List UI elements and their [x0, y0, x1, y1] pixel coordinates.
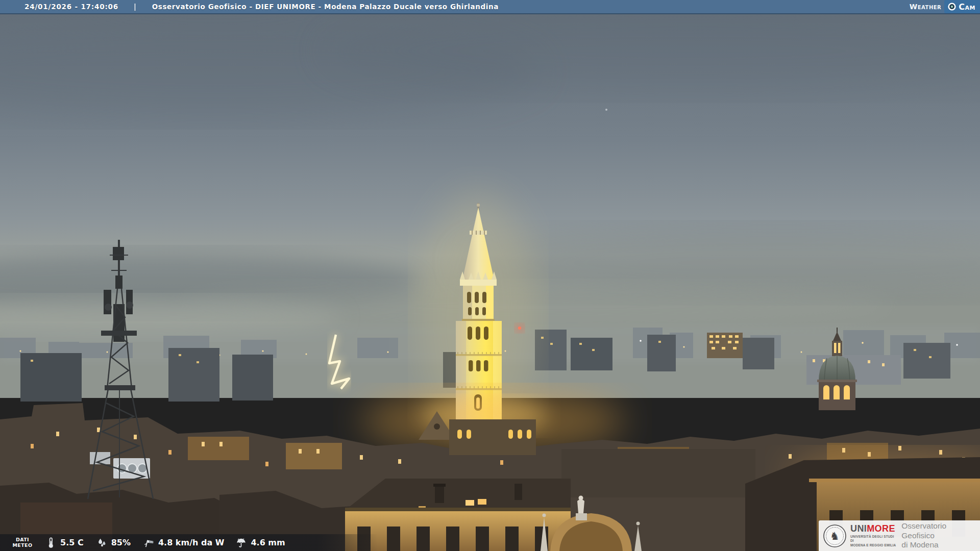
seal-knight-glyph: ♞	[830, 530, 840, 542]
weathercam-brand-box: Cam	[944, 0, 980, 13]
weathercam-brand-suffix: Cam	[959, 2, 975, 12]
wind-reading: 4.8 km/h da W	[143, 537, 225, 548]
meteo-overlay-bar: DATI METEO 5.5 C 85%	[0, 534, 378, 551]
wind-value: 4.8 km/h da W	[158, 538, 225, 547]
temperature-value: 5.5 C	[60, 538, 84, 547]
unimore-prefix: UNI	[850, 523, 867, 534]
camera-title: Osservatorio Geofisico - DIEF UNIMORE - …	[152, 3, 499, 11]
university-name-line1: UNIVERSITÀ DEGLI STUDI DI	[850, 535, 897, 543]
camera-lens-icon	[947, 2, 957, 11]
university-name-line2: MODENA E REGGIO EMILIA	[850, 543, 897, 547]
center-palazzo	[345, 479, 571, 551]
unimore-suffix: MORE	[867, 523, 895, 534]
unimore-logo-box: ♞ UNIMORE UNIVERSITÀ DEGLI STUDI DI MODE…	[819, 520, 980, 551]
temperature-reading: 5.5 C	[45, 537, 84, 548]
humidity-value: 85%	[111, 538, 131, 547]
lit-apartment-block	[707, 333, 743, 358]
university-seal-icon: ♞	[823, 524, 847, 548]
meteo-label: DATI METEO	[11, 537, 34, 548]
humidity-reading: 85%	[96, 537, 131, 548]
meteo-label-line2: METEO	[11, 543, 34, 548]
sky-speck	[605, 109, 607, 111]
windsock-icon	[143, 537, 155, 548]
unimore-wordmark: UNIMORE	[850, 524, 897, 533]
rain-reading: 4.6 mm	[235, 537, 285, 548]
observatory-name-line1: Osservatorio Geofisico	[901, 521, 980, 541]
top-overlay-bar: 24/01/2026 - 17:40:06 | Osservatorio Geo…	[0, 0, 980, 14]
webcam-page: 24/01/2026 - 17:40:06 | Osservatorio Geo…	[0, 0, 980, 551]
observatory-name: Osservatorio Geofisico di Modena	[901, 521, 980, 550]
meteo-label-line1: DATI	[11, 537, 34, 543]
webcam-photo	[0, 0, 980, 551]
timestamp: 24/01/2026 - 17:40:06	[24, 3, 118, 11]
rain-value: 4.6 mm	[251, 538, 285, 547]
unimore-wordmark-block: UNIMORE UNIVERSITÀ DEGLI STUDI DI MODENA…	[850, 524, 897, 547]
weathercam-logo: Weather Cam	[910, 0, 980, 13]
separator: |	[134, 3, 137, 11]
water-drops-icon	[96, 537, 108, 548]
observatory-name-line2: di Modena	[901, 540, 980, 550]
thermometer-icon	[45, 537, 57, 548]
umbrella-icon	[235, 537, 247, 548]
university-name: UNIVERSITÀ DEGLI STUDI DI MODENA E REGGI…	[850, 535, 897, 547]
weathercam-brand-prefix: Weather	[910, 0, 941, 13]
